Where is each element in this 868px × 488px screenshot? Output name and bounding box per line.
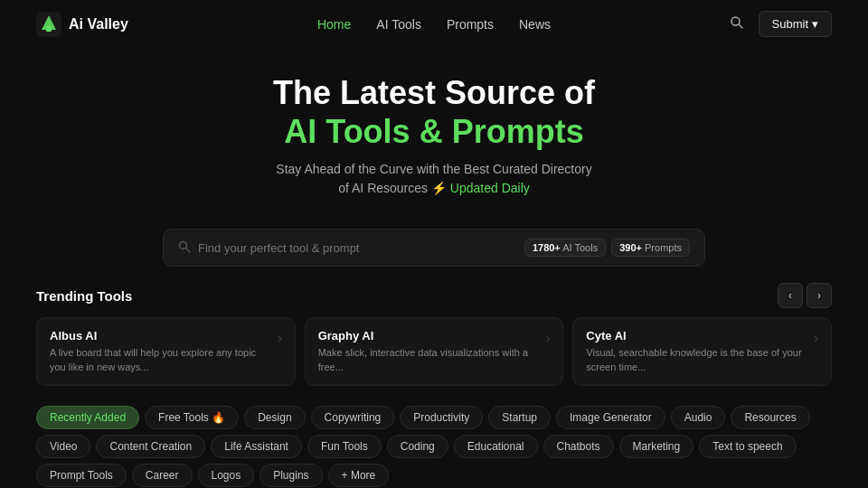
category-tag-content-creation[interactable]: Content Creation [96, 435, 205, 458]
category-tag-audio[interactable]: Audio [671, 406, 726, 429]
nav-links: Home AI Tools Prompts News [317, 17, 551, 32]
category-tag-chatbots[interactable]: Chatbots [543, 435, 614, 458]
category-tag-coding[interactable]: Coding [387, 435, 448, 458]
nav-arrows: ‹ › [778, 283, 832, 308]
nav-link-ai-tools[interactable]: AI Tools [376, 17, 421, 32]
category-tag-startup[interactable]: Startup [488, 406, 551, 429]
search-icon-small [178, 240, 191, 256]
svg-rect-2 [46, 26, 52, 32]
search-input[interactable] [198, 241, 517, 255]
ai-tools-stat: 1780+ AI Tools [524, 239, 606, 257]
next-arrow-button[interactable]: › [807, 283, 832, 308]
tool-arrow-icon: › [814, 331, 818, 345]
search-stats: 1780+ AI Tools 390+ Prompts [524, 239, 690, 257]
category-tag-career[interactable]: Career [132, 464, 193, 487]
hero-section: The Latest Source of AI Tools & Prompts … [0, 48, 868, 214]
svg-line-6 [186, 249, 190, 252]
svg-line-4 [739, 24, 742, 28]
tool-arrow-icon: › [278, 331, 282, 345]
category-tag-productivity[interactable]: Productivity [400, 406, 483, 429]
tool-arrow-icon: › [546, 331, 551, 345]
submit-button[interactable]: Submit ▾ [759, 11, 832, 37]
categories-section: Recently AddedFree Tools 🔥DesignCopywrit… [0, 395, 868, 487]
search-icon [730, 15, 744, 30]
navbar: Ai Valley Home AI Tools Prompts News Sub… [0, 0, 868, 48]
category-tag-design[interactable]: Design [244, 406, 305, 429]
nav-link-news[interactable]: News [519, 17, 551, 32]
category-tag-logos[interactable]: Logos [198, 464, 255, 487]
tools-grid: Albus AI A live board that will help you… [36, 317, 832, 386]
category-tag-educational[interactable]: Educational [454, 435, 538, 458]
categories-row: Recently AddedFree Tools 🔥DesignCopywrit… [36, 406, 832, 487]
category-tag-video[interactable]: Video [36, 435, 90, 458]
logo[interactable]: Ai Valley [36, 12, 128, 37]
category-tag-free-tools-🔥[interactable]: Free Tools 🔥 [145, 406, 239, 429]
tool-card-graphy[interactable]: Graphy AI Make slick, interactive data v… [305, 317, 564, 386]
category-tag-resources[interactable]: Resources [731, 406, 809, 429]
hero-title: The Latest Source of AI Tools & Prompts [18, 73, 850, 151]
category-tag-text-to-speech[interactable]: Text to speech [699, 435, 796, 458]
nav-link-home[interactable]: Home [317, 17, 351, 32]
category-more-button[interactable]: + More [328, 464, 390, 487]
tool-card-albus[interactable]: Albus AI A live board that will help you… [36, 317, 296, 386]
search-button[interactable] [726, 12, 748, 37]
category-tag-plugins[interactable]: Plugins [259, 464, 322, 487]
prompts-stat: 390+ Prompts [611, 239, 690, 257]
trending-header: Trending Tools ‹ › [36, 283, 832, 308]
trending-title: Trending Tools [36, 288, 132, 304]
category-tag-recently-added[interactable]: Recently Added [36, 406, 139, 429]
logo-text: Ai Valley [69, 16, 128, 33]
tool-card-cyte[interactable]: Cyte AI Visual, searchable knowledge is … [572, 317, 832, 386]
category-tag-fun-tools[interactable]: Fun Tools [307, 435, 382, 458]
category-tag-image-generator[interactable]: Image Generator [556, 406, 665, 429]
hero-subtitle: Stay Ahead of the Curve with the Best Cu… [18, 160, 850, 198]
category-tag-copywriting[interactable]: Copywriting [311, 406, 395, 429]
search-container: 1780+ AI Tools 390+ Prompts [163, 229, 705, 267]
nav-right: Submit ▾ [726, 11, 832, 37]
category-tag-prompt-tools[interactable]: Prompt Tools [36, 464, 127, 487]
logo-icon [36, 12, 61, 37]
prev-arrow-button[interactable]: ‹ [778, 283, 803, 308]
category-tag-marketing[interactable]: Marketing [619, 435, 694, 458]
svg-point-5 [180, 241, 187, 249]
category-tag-life-assistant[interactable]: Life Assistant [211, 435, 302, 458]
nav-link-prompts[interactable]: Prompts [447, 17, 494, 32]
trending-section: Trending Tools ‹ › Albus AI A live board… [0, 267, 868, 395]
